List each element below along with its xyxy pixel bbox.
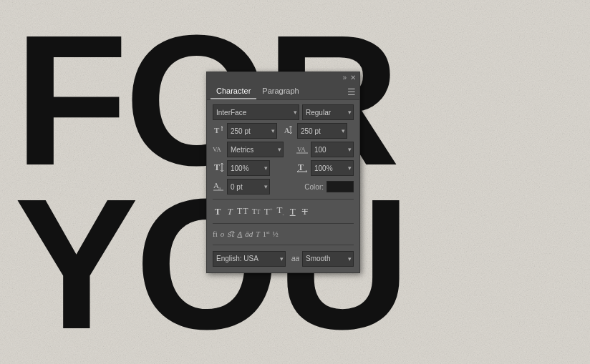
language-select[interactable]: English: USA English: UK French German S… [213, 251, 286, 267]
underline-button[interactable]: T [288, 207, 298, 216]
panel-body: InterFace Regular T 250 pt [207, 100, 359, 272]
ligature-fi-button[interactable]: fi [213, 230, 218, 238]
language-select-wrapper[interactable]: English: USA English: UK French German S… [213, 251, 286, 267]
antialiasing-select[interactable]: None Sharp Crisp Strong Smooth [302, 251, 354, 267]
font-size-icon: T [213, 125, 224, 137]
leading-wrapper[interactable]: 250 pt [297, 123, 347, 139]
horizontal-scale-wrapper[interactable]: 100% [311, 160, 354, 176]
panel-titlebar: » ✕ [207, 72, 359, 84]
font-style-select[interactable]: Regular [302, 104, 354, 120]
ordinals-button[interactable]: 1st [263, 230, 270, 238]
svg-text:T: T [214, 126, 220, 134]
titlebar-icons: » ✕ [342, 74, 356, 82]
strikethrough-button[interactable]: T [300, 207, 310, 216]
contextual-alt-button[interactable]: ād [245, 230, 253, 238]
horizontal-scale-input[interactable]: 100% [311, 160, 354, 176]
tab-character[interactable]: Character [211, 84, 256, 99]
tab-paragraph[interactable]: Paragraph [256, 84, 304, 99]
kerning-icon: VA [213, 144, 224, 155]
close-icon[interactable]: ✕ [350, 74, 356, 82]
faux-bold-button[interactable]: T [213, 207, 223, 216]
collapse-icon[interactable]: » [342, 74, 347, 82]
baseline-color-row: A a 0 pt Color: [213, 179, 354, 195]
tab-menu-icon[interactable]: ☰ [347, 87, 356, 97]
divider3 [213, 245, 354, 245]
swash-button[interactable]: T [256, 230, 260, 238]
discretionary-lig-button[interactable]: ﬆ [227, 230, 234, 239]
divider2 [213, 223, 354, 224]
font-family-row: InterFace Regular [213, 104, 354, 120]
style-buttons-row: T T TT TT T+ T- T T [213, 204, 354, 219]
opentype-buttons-row: fi o ﬆ A ād T 1st ½ [213, 228, 354, 240]
character-panel: » ✕ Character Paragraph ☰ InterFace Regu… [206, 72, 360, 273]
svg-text:A: A [284, 127, 290, 134]
leading-input[interactable]: 250 pt [297, 123, 347, 139]
small-caps-button[interactable]: TT [251, 207, 261, 215]
antialiasing-select-wrapper[interactable]: None Sharp Crisp Strong Smooth [302, 251, 354, 267]
antialiasing-label: aa [291, 255, 299, 262]
svg-text:T: T [298, 162, 304, 172]
fractions-button[interactable]: ½ [272, 230, 278, 238]
standard-lig-button[interactable]: o [221, 230, 225, 238]
scale-row: T 100% T 100% [213, 160, 354, 176]
vertical-scale-icon: T [213, 162, 224, 174]
old-style-figures-button[interactable]: A [238, 230, 243, 238]
font-name-wrapper[interactable]: InterFace [213, 104, 299, 120]
language-aa-row: English: USA English: UK French German S… [213, 250, 354, 268]
tracking-icon: VA [296, 144, 308, 155]
baseline-shift-input[interactable]: 0 pt [227, 179, 270, 195]
horizontal-scale-icon: T [296, 162, 308, 174]
subscript-button[interactable]: T- [276, 205, 286, 217]
superscript-button[interactable]: T+ [263, 207, 274, 216]
font-size-wrapper[interactable]: 250 pt [227, 123, 277, 139]
kerning-row: VA Metrics VA 100 [213, 142, 354, 157]
svg-text:VA: VA [213, 146, 221, 153]
font-name-select[interactable]: InterFace [213, 104, 299, 120]
font-style-wrapper[interactable]: Regular [302, 104, 354, 120]
color-label: Color: [304, 183, 324, 191]
font-size-input[interactable]: 250 pt [227, 123, 277, 139]
divider1 [213, 199, 354, 200]
vertical-scale-input[interactable]: 100% [227, 160, 270, 176]
tracking-wrapper[interactable]: 100 [311, 142, 354, 157]
svg-text:VA: VA [297, 146, 306, 153]
kerning-method-wrapper[interactable]: Metrics [227, 142, 284, 157]
svg-text:T: T [214, 162, 220, 172]
faux-italic-button[interactable]: T [225, 207, 235, 216]
baseline-shift-wrapper[interactable]: 0 pt [227, 179, 270, 195]
color-swatch[interactable] [327, 181, 354, 192]
leading-icon: A [283, 125, 294, 137]
baseline-shift-icon: A a [213, 181, 224, 192]
vertical-scale-wrapper[interactable]: 100% [227, 160, 270, 176]
size-leading-row: T 250 pt A 250 pt [213, 123, 354, 139]
kerning-method-select[interactable]: Metrics [227, 142, 284, 157]
tracking-input[interactable]: 100 [311, 142, 354, 157]
all-caps-button[interactable]: TT [237, 207, 249, 215]
panel-tabs: Character Paragraph ☰ [207, 84, 359, 100]
